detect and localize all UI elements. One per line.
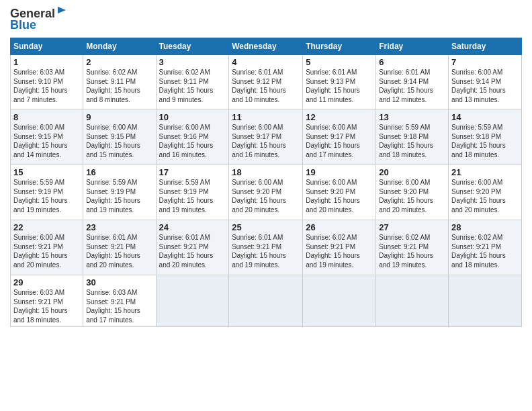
calendar-cell: 22Sunrise: 6:00 AMSunset: 9:21 PMDayligh… (11, 220, 83, 275)
weekday-friday: Friday (376, 38, 449, 55)
calendar-cell: 18Sunrise: 6:00 AMSunset: 9:20 PMDayligh… (229, 165, 303, 220)
week-row-4: 22Sunrise: 6:00 AMSunset: 9:21 PMDayligh… (11, 220, 522, 275)
day-number: 16 (86, 167, 152, 177)
day-number: 12 (306, 112, 373, 122)
day-info: Sunrise: 6:01 AMSunset: 9:21 PMDaylight:… (86, 233, 152, 269)
day-number: 5 (306, 57, 373, 67)
day-number: 19 (306, 167, 373, 177)
day-number: 2 (86, 57, 152, 67)
weekday-tuesday: Tuesday (156, 38, 229, 55)
day-number: 21 (451, 167, 519, 177)
calendar-cell: 21Sunrise: 6:00 AMSunset: 9:20 PMDayligh… (449, 165, 522, 220)
calendar-cell: 6Sunrise: 6:01 AMSunset: 9:14 PMDaylight… (376, 55, 449, 110)
day-info: Sunrise: 6:00 AMSunset: 9:14 PMDaylight:… (451, 68, 519, 104)
day-number: 28 (451, 222, 519, 232)
weekday-monday: Monday (83, 38, 156, 55)
day-info: Sunrise: 6:00 AMSunset: 9:15 PMDaylight:… (86, 123, 152, 159)
day-info: Sunrise: 6:02 AMSunset: 9:11 PMDaylight:… (86, 68, 152, 104)
day-info: Sunrise: 6:00 AMSunset: 9:17 PMDaylight:… (306, 123, 373, 159)
day-info: Sunrise: 6:00 AMSunset: 9:20 PMDaylight:… (306, 178, 373, 214)
day-info: Sunrise: 6:00 AMSunset: 9:20 PMDaylight:… (232, 178, 300, 214)
calendar-cell: 13Sunrise: 5:59 AMSunset: 9:18 PMDayligh… (376, 110, 449, 165)
calendar-cell: 12Sunrise: 6:00 AMSunset: 9:17 PMDayligh… (303, 110, 376, 165)
calendar-cell (376, 275, 449, 327)
day-info: Sunrise: 6:00 AMSunset: 9:21 PMDaylight:… (13, 233, 80, 269)
weekday-saturday: Saturday (449, 38, 522, 55)
svg-marker-0 (58, 7, 66, 13)
weekday-thursday: Thursday (303, 38, 376, 55)
calendar-cell (303, 275, 376, 327)
day-number: 4 (232, 57, 300, 67)
logo: General Blue (10, 7, 67, 32)
day-number: 11 (232, 112, 300, 122)
day-number: 22 (13, 222, 80, 232)
day-number: 25 (232, 222, 300, 232)
day-number: 30 (86, 277, 152, 287)
day-info: Sunrise: 6:02 AMSunset: 9:21 PMDaylight:… (306, 233, 373, 269)
day-info: Sunrise: 6:01 AMSunset: 9:14 PMDaylight:… (379, 68, 445, 104)
day-info: Sunrise: 6:01 AMSunset: 9:13 PMDaylight:… (306, 68, 373, 104)
calendar-cell: 7Sunrise: 6:00 AMSunset: 9:14 PMDaylight… (449, 55, 522, 110)
day-info: Sunrise: 6:02 AMSunset: 9:21 PMDaylight:… (451, 233, 519, 269)
calendar-cell: 24Sunrise: 6:01 AMSunset: 9:21 PMDayligh… (156, 220, 229, 275)
day-info: Sunrise: 6:03 AMSunset: 9:10 PMDaylight:… (13, 68, 80, 104)
week-row-1: 1Sunrise: 6:03 AMSunset: 9:10 PMDaylight… (11, 55, 522, 110)
day-number: 8 (13, 112, 80, 122)
day-number: 9 (86, 112, 152, 122)
weekday-sunday: Sunday (11, 38, 83, 55)
calendar-cell: 8Sunrise: 6:00 AMSunset: 9:15 PMDaylight… (11, 110, 83, 165)
day-info: Sunrise: 5:59 AMSunset: 9:18 PMDaylight:… (451, 123, 519, 159)
day-info: Sunrise: 5:59 AMSunset: 9:19 PMDaylight:… (13, 178, 80, 214)
day-number: 26 (306, 222, 373, 232)
day-info: Sunrise: 5:59 AMSunset: 9:18 PMDaylight:… (379, 123, 445, 159)
day-info: Sunrise: 6:00 AMSunset: 9:20 PMDaylight:… (451, 178, 519, 214)
calendar-cell: 25Sunrise: 6:01 AMSunset: 9:21 PMDayligh… (229, 220, 303, 275)
calendar-cell: 17Sunrise: 5:59 AMSunset: 9:19 PMDayligh… (156, 165, 229, 220)
day-number: 1 (13, 57, 80, 67)
day-info: Sunrise: 6:00 AMSunset: 9:15 PMDaylight:… (13, 123, 80, 159)
calendar-cell: 27Sunrise: 6:02 AMSunset: 9:21 PMDayligh… (376, 220, 449, 275)
calendar-cell (449, 275, 522, 327)
day-number: 10 (159, 112, 226, 122)
calendar-cell: 11Sunrise: 6:00 AMSunset: 9:17 PMDayligh… (229, 110, 303, 165)
day-info: Sunrise: 6:02 AMSunset: 9:21 PMDaylight:… (379, 233, 445, 269)
day-number: 27 (379, 222, 445, 232)
calendar-table: SundayMondayTuesdayWednesdayThursdayFrid… (10, 38, 522, 327)
weekday-wednesday: Wednesday (229, 38, 303, 55)
day-number: 13 (379, 112, 445, 122)
calendar-page: General Blue SundayMondayTuesdayWednesda… (0, 0, 532, 411)
day-info: Sunrise: 6:02 AMSunset: 9:11 PMDaylight:… (159, 68, 226, 104)
day-number: 17 (159, 167, 226, 177)
calendar-cell: 26Sunrise: 6:02 AMSunset: 9:21 PMDayligh… (303, 220, 376, 275)
day-number: 15 (13, 167, 80, 177)
day-info: Sunrise: 6:01 AMSunset: 9:21 PMDaylight:… (232, 233, 300, 269)
calendar-cell: 29Sunrise: 6:03 AMSunset: 9:21 PMDayligh… (11, 275, 83, 327)
day-info: Sunrise: 6:03 AMSunset: 9:21 PMDaylight:… (86, 288, 152, 324)
calendar-cell: 23Sunrise: 6:01 AMSunset: 9:21 PMDayligh… (83, 220, 156, 275)
day-info: Sunrise: 6:00 AMSunset: 9:17 PMDaylight:… (232, 123, 300, 159)
week-row-2: 8Sunrise: 6:00 AMSunset: 9:15 PMDaylight… (11, 110, 522, 165)
day-info: Sunrise: 6:00 AMSunset: 9:16 PMDaylight:… (159, 123, 226, 159)
day-number: 29 (13, 277, 80, 287)
calendar-cell: 15Sunrise: 5:59 AMSunset: 9:19 PMDayligh… (11, 165, 83, 220)
day-info: Sunrise: 6:00 AMSunset: 9:20 PMDaylight:… (379, 178, 445, 214)
day-number: 7 (451, 57, 519, 67)
logo-flag-icon (56, 7, 67, 17)
calendar-cell: 14Sunrise: 5:59 AMSunset: 9:18 PMDayligh… (449, 110, 522, 165)
day-number: 18 (232, 167, 300, 177)
day-number: 24 (159, 222, 226, 232)
day-number: 23 (86, 222, 152, 232)
calendar-cell (229, 275, 303, 327)
calendar-cell: 19Sunrise: 6:00 AMSunset: 9:20 PMDayligh… (303, 165, 376, 220)
day-info: Sunrise: 5:59 AMSunset: 9:19 PMDaylight:… (86, 178, 152, 214)
day-number: 3 (159, 57, 226, 67)
calendar-cell: 1Sunrise: 6:03 AMSunset: 9:10 PMDaylight… (11, 55, 83, 110)
day-info: Sunrise: 6:03 AMSunset: 9:21 PMDaylight:… (13, 288, 80, 324)
day-info: Sunrise: 6:01 AMSunset: 9:12 PMDaylight:… (232, 68, 300, 104)
week-row-3: 15Sunrise: 5:59 AMSunset: 9:19 PMDayligh… (11, 165, 522, 220)
calendar-cell: 30Sunrise: 6:03 AMSunset: 9:21 PMDayligh… (83, 275, 156, 327)
day-number: 14 (451, 112, 519, 122)
calendar-cell: 10Sunrise: 6:00 AMSunset: 9:16 PMDayligh… (156, 110, 229, 165)
calendar-cell: 28Sunrise: 6:02 AMSunset: 9:21 PMDayligh… (449, 220, 522, 275)
day-number: 6 (379, 57, 445, 67)
